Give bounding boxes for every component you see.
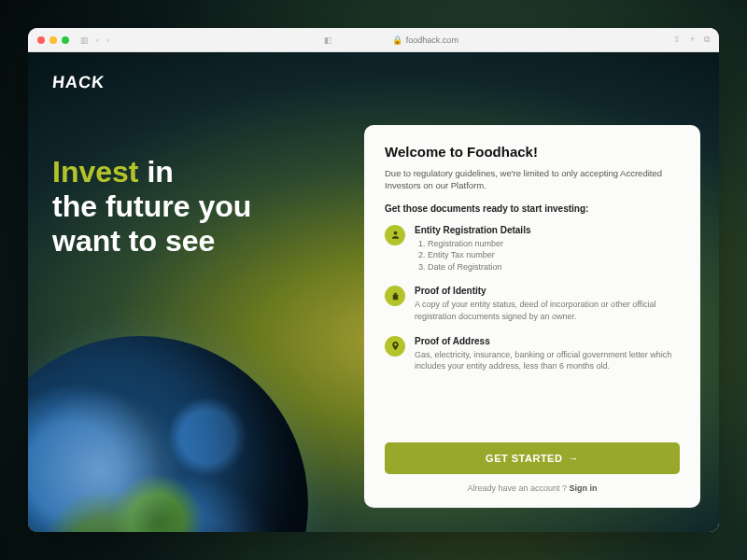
svg-point-0: [393, 231, 397, 235]
requirement-proof-identity: Proof of Identity A copy of your entity …: [385, 286, 680, 322]
maximize-window-icon[interactable]: [62, 36, 69, 44]
forward-icon[interactable]: ›: [106, 35, 109, 45]
get-started-button[interactable]: GET STARTED →: [385, 442, 680, 474]
browser-window: ▥ ‹ › ◧ 🔒 foodhack.com ⇪ + ⧉ HACK Invest…: [28, 28, 719, 532]
browser-chrome: ▥ ‹ › ◧ 🔒 foodhack.com ⇪ + ⧉: [28, 28, 719, 52]
onboarding-card: Welcome to Foodhack! Due to regulatory g…: [364, 125, 700, 508]
signin-link[interactable]: Sign in: [570, 483, 598, 493]
requirement-entity-registration: Entity Registration Details Registration…: [385, 225, 680, 273]
window-controls: [37, 36, 69, 44]
svg-rect-1: [392, 295, 398, 301]
headline-line3: want to see: [52, 224, 215, 258]
minimize-window-icon[interactable]: [49, 36, 57, 44]
building-icon: [385, 286, 405, 306]
requirement-proof-address: Proof of Address Gas, electricity, insur…: [385, 336, 680, 372]
card-subtitle: Due to regulatory guidelines, we're limi…: [385, 167, 680, 192]
page-content: HACK Invest in the future you want to se…: [28, 52, 719, 532]
new-tab-icon[interactable]: +: [690, 35, 695, 45]
lock-icon: 🔒: [392, 35, 402, 45]
requirement-desc: Registration number Entity Tax number Da…: [415, 238, 680, 273]
arrow-right-icon: →: [568, 453, 579, 464]
brand-logo: HACK: [51, 73, 106, 92]
signin-row: Already have an account ? Sign in: [385, 483, 680, 493]
reader-mode-icon[interactable]: ◧: [324, 35, 332, 45]
requirement-title: Proof of Identity: [415, 286, 680, 296]
card-title: Welcome to Foodhack!: [385, 144, 680, 160]
close-window-icon[interactable]: [37, 36, 45, 44]
list-item: Entity Tax number: [428, 249, 680, 261]
tabs-icon[interactable]: ⧉: [704, 35, 710, 45]
address-bar[interactable]: 🔒 foodhack.com: [392, 35, 458, 45]
back-icon[interactable]: ‹: [96, 35, 99, 45]
requirement-desc: A copy of your entity status, deed of in…: [415, 299, 680, 322]
cta-label: GET STARTED: [486, 453, 562, 464]
signin-prompt: Already have an account ?: [467, 483, 569, 493]
list-item: Registration number: [428, 238, 680, 250]
url-host: foodhack.com: [406, 35, 458, 45]
sidebar-toggle-icon[interactable]: ▥: [80, 35, 89, 45]
hero-headline: Invest in the future you want to see: [52, 155, 251, 258]
card-instruction: Get those documents ready to start inves…: [385, 203, 680, 214]
requirement-desc: Gas, electricity, insurance, banking or …: [415, 349, 680, 372]
headline-line1-rest: in: [138, 155, 173, 189]
requirement-title: Entity Registration Details: [415, 225, 680, 235]
location-pin-icon: [385, 336, 405, 357]
person-icon: [385, 225, 405, 245]
earth-illustration: [28, 336, 308, 532]
svg-rect-2: [394, 293, 397, 295]
headline-line2: the future you: [52, 189, 251, 223]
headline-accent: Invest: [52, 155, 138, 189]
share-icon[interactable]: ⇪: [673, 35, 681, 45]
list-item: Date of Registration: [428, 261, 680, 273]
requirement-title: Proof of Address: [415, 336, 680, 346]
